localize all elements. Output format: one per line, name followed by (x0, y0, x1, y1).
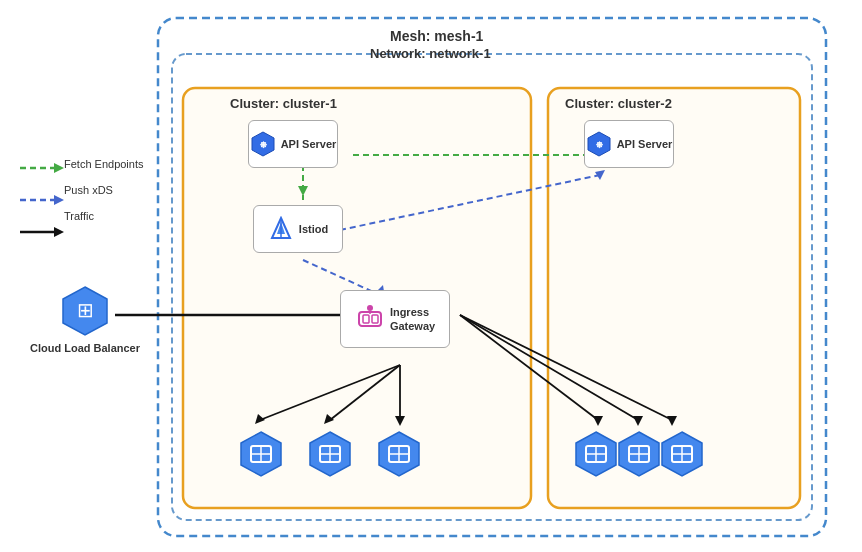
k8s-icon-2: ⎈ (586, 131, 612, 157)
svg-text:⊞: ⊞ (77, 299, 94, 321)
cluster2-label: Cluster: cluster-2 (565, 96, 672, 111)
istiod-box: Istiod (253, 205, 343, 253)
cloud-lb-icon: ⊞ (59, 285, 111, 337)
network-label: Network: network-1 (370, 46, 491, 61)
svg-marker-19 (395, 416, 405, 426)
service-pod-c2-2 (615, 430, 663, 482)
service-pod-c1-2 (306, 430, 354, 482)
svg-marker-5 (298, 186, 308, 196)
ingress-gateway-label: IngressGateway (390, 305, 435, 334)
pod-hex-c1-1 (237, 430, 285, 478)
api-server-cluster1: ⎈ API Server (248, 120, 338, 168)
svg-line-24 (460, 315, 672, 420)
svg-rect-41 (372, 315, 378, 323)
service-pod-c1-3 (375, 430, 423, 482)
api-server-box-2: ⎈ API Server (584, 120, 674, 168)
cloud-load-balancer: ⊞ Cloud Load Balancer (30, 285, 140, 355)
api-server-label-2: API Server (617, 138, 673, 150)
api-server-cluster2: ⎈ API Server (584, 120, 674, 168)
svg-line-22 (460, 315, 638, 420)
svg-marker-31 (54, 227, 64, 237)
istiod-label: Istiod (299, 223, 328, 235)
svg-text:⎈: ⎈ (259, 138, 267, 150)
diagram-container: Mesh: mesh-1 Network: network-1 Cluster:… (0, 0, 862, 552)
svg-marker-23 (633, 416, 643, 426)
pod-hex-c2-3 (658, 430, 706, 478)
istiod-icon (268, 216, 294, 242)
pod-hex-c1-3 (375, 430, 423, 478)
pod-hex-c1-2 (306, 430, 354, 478)
svg-text:⎈: ⎈ (595, 138, 603, 150)
svg-line-14 (260, 365, 400, 420)
api-server-label-1: API Server (281, 138, 337, 150)
legend-push-xds: Push xDS (8, 184, 144, 196)
service-pod-c2-3 (658, 430, 706, 482)
service-pod-c2-1 (572, 430, 620, 482)
service-pod-c1-1 (237, 430, 285, 482)
ingress-gateway-icon (355, 304, 385, 334)
mesh-label: Mesh: mesh-1 (390, 28, 483, 44)
svg-point-42 (367, 305, 373, 311)
istiod-component: Istiod (253, 205, 343, 253)
legend: Fetch Endpoints Push xDS Traffic (8, 158, 144, 222)
svg-marker-21 (593, 416, 603, 426)
svg-line-20 (460, 315, 598, 420)
k8s-icon-1: ⎈ (250, 131, 276, 157)
legend-fetch-endpoints: Fetch Endpoints (8, 158, 144, 170)
diagram-svg (0, 0, 862, 552)
svg-marker-15 (255, 414, 265, 424)
ingress-gateway-component: IngressGateway (340, 290, 450, 348)
svg-line-16 (330, 365, 400, 420)
ingress-gateway-box: IngressGateway (340, 290, 450, 348)
svg-marker-11 (595, 170, 605, 180)
svg-marker-17 (324, 414, 334, 424)
svg-line-10 (340, 175, 600, 230)
legend-traffic: Traffic (8, 210, 144, 222)
svg-marker-25 (667, 416, 677, 426)
legend-fetch-label: Fetch Endpoints (64, 158, 144, 170)
cluster1-label: Cluster: cluster-1 (230, 96, 337, 111)
pod-hex-c2-2 (615, 430, 663, 478)
pod-hex-c2-1 (572, 430, 620, 478)
cloud-lb-label: Cloud Load Balancer (30, 341, 140, 355)
api-server-box-1: ⎈ API Server (248, 120, 338, 168)
legend-traffic-label: Traffic (64, 210, 94, 222)
legend-xds-label: Push xDS (64, 184, 113, 196)
svg-rect-40 (363, 315, 369, 323)
